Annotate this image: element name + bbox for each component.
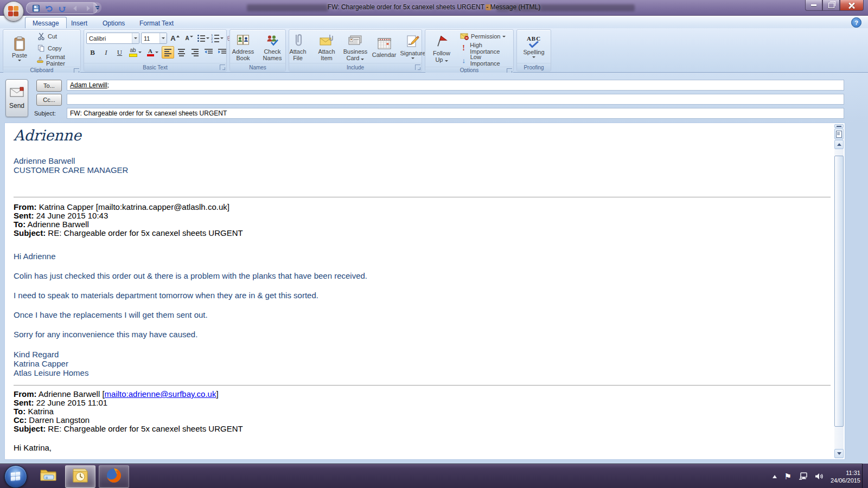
align-left-button[interactable] [162,46,174,59]
split-handle[interactable] [834,124,844,128]
check-names-button[interactable]: CheckNames [258,31,286,62]
spelling-button[interactable]: ABC Spelling [520,34,548,59]
header2-sent: Sent: 22 June 2015 11:01 [14,399,831,407]
to-button[interactable]: To... [36,80,62,92]
font-name-combo[interactable]: Calibri [86,33,139,44]
basic-text-dialog-launcher-icon[interactable] [220,65,225,70]
start-button[interactable] [4,465,27,488]
paragraph: Colin has just checked this order out & … [14,271,831,280]
paste-button[interactable]: Paste [5,35,34,62]
high-importance-icon: ! [459,44,468,53]
to-field[interactable]: Adam Lerwill; [67,80,844,91]
italic-button[interactable]: I [100,46,112,59]
signature-dropdown-icon [411,57,414,59]
align-center-button[interactable] [175,46,188,59]
message-body[interactable]: Adrienne Adrienne Barwell CUSTOMER CARE … [4,123,845,460]
tab-format-text[interactable]: Format Text [132,17,181,29]
permission-icon [459,32,469,41]
follow-up-dropdown-icon [445,60,448,62]
tray-expand-icon[interactable] [773,475,777,478]
low-importance-button[interactable]: ↓ Low Importance [458,55,511,66]
help-icon[interactable]: ? [851,17,861,28]
restore-button[interactable] [822,0,840,11]
spelling-dropdown-icon [532,56,535,58]
decrease-indent-button[interactable] [202,46,215,59]
attach-file-button[interactable]: AttachFile [284,31,312,62]
send-button[interactable]: Send [5,79,28,117]
tab-insert[interactable]: Insert [64,17,94,29]
paragraph: Kind Regard [14,350,831,359]
calendar-button[interactable]: Calendar [370,35,398,59]
taskbar-explorer-button[interactable] [35,465,63,487]
taskbar-firefox-button[interactable] [99,465,129,488]
permission-button[interactable]: Permission [458,31,511,42]
address-book-button[interactable]: AddressBook [229,31,257,62]
copy-button[interactable]: Copy [35,43,78,54]
minimize-button[interactable] [805,0,822,11]
cc-field[interactable] [67,94,844,105]
header2-from: From: Adrienne Barwell [mailto:adrienne@… [14,390,831,399]
show-desktop-button[interactable] [862,464,868,488]
business-card-button[interactable]: BusinessCard [341,31,369,62]
bullets-button[interactable] [197,32,209,44]
paragraph: Katrina Capper [14,359,831,368]
cc-button[interactable]: Cc... [36,94,62,106]
font-size-value: 11 [144,35,150,42]
office-button[interactable] [3,1,24,22]
send-label: Send [9,102,24,110]
ribbon-tab-strip: Message Insert Options Format Text [0,16,868,29]
format-painter-icon [36,56,44,65]
reply-separator [14,197,831,197]
office-logo-icon [8,6,19,17]
ruler-toggle-button[interactable] [834,129,844,139]
group-proofing: ABC Spelling Proofing [516,29,551,72]
high-importance-button[interactable]: ! High Importance [458,43,511,54]
shrink-font-button[interactable]: A [183,32,195,44]
clock-date: 24/06/2015 [831,477,860,484]
action-center-flag-icon[interactable]: ⚑ [784,472,791,481]
underline-button[interactable]: U [113,46,126,59]
font-color-button[interactable]: A [144,46,161,59]
tab-options[interactable]: Options [95,17,132,29]
outlook-icon [71,467,90,486]
font-size-combo[interactable]: 11 [141,33,167,44]
format-painter-button[interactable]: Format Painter [35,55,78,66]
align-right-button[interactable] [189,46,201,59]
volume-icon[interactable] [815,472,824,480]
tab-message[interactable]: Message [25,17,67,29]
business-card-dropdown-icon [361,59,364,60]
bold-button[interactable]: B [86,46,99,59]
follow-up-button[interactable]: FollowUp [427,33,456,63]
signature-title: CUSTOMER CARE MANAGER [14,165,831,175]
include-dialog-launcher-icon[interactable] [415,65,420,70]
scroll-down-icon[interactable] [834,449,844,458]
numbering-button[interactable]: 1 2 3 [211,32,224,44]
cut-button[interactable]: Cut [35,31,78,42]
attach-item-button[interactable]: AttachItem [312,31,341,62]
taskbar-clock[interactable]: 11:31 24/06/2015 [831,469,860,484]
mailto-link[interactable]: mailto:adrienne@surfbay.co.uk [105,389,216,399]
signature-button[interactable]: Signature [399,33,427,60]
include-group-caption: Include [289,63,422,71]
scroll-up-icon[interactable] [834,140,844,149]
taskbar: ⚑ 11:31 24/06/2015 [0,464,868,488]
calendar-icon [377,36,391,50]
group-options: FollowUp Permission ! High Importance [425,29,514,72]
network-icon[interactable] [799,472,808,480]
scrollbar-thumb[interactable] [834,156,844,427]
paste-dropdown-icon [18,60,21,61]
signature-script: Adrienne [14,127,831,144]
taskbar-outlook-button[interactable] [65,465,95,488]
group-names: AddressBook CheckNames Names [229,29,286,72]
close-button[interactable] [840,0,864,11]
header2-to: To: Katrina [14,407,831,416]
grow-font-button[interactable]: A [169,32,181,44]
subject-field[interactable]: FW: Chargeable order for 5x canexel shee… [67,108,844,119]
vertical-scrollbar[interactable] [834,124,844,458]
header2-subject: Subject: RE: Chargeable order for 5x can… [14,425,831,433]
highlight-button[interactable]: ab [127,46,143,59]
to-recipient: Adam Lerwill [70,81,107,89]
group-include: AttachFile AttachItem BusinessCard [289,29,422,72]
align-right-icon [192,49,199,56]
increase-indent-button[interactable] [216,46,228,59]
